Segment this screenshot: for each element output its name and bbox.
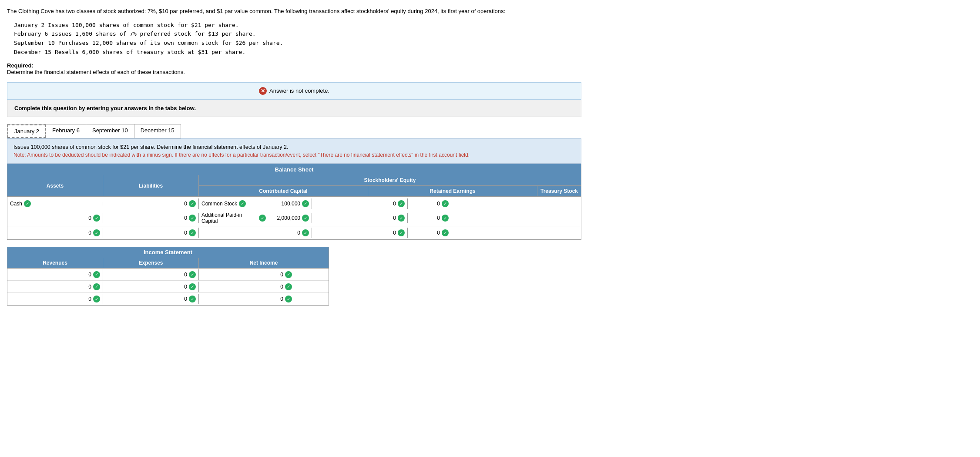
check-icon: ✓ — [93, 271, 100, 278]
transaction-2: February 6 Issues 1,600 shares of 7% pre… — [14, 30, 581, 39]
assets-label-3 — [7, 231, 60, 235]
check-icon: ✓ — [398, 215, 405, 222]
rev-value-1[interactable]: 0 ✓ — [60, 269, 103, 280]
income-statement-header: Revenues Expenses Net Income — [7, 258, 329, 269]
exp-label-3 — [103, 297, 155, 301]
ni-value-2[interactable]: 0 ✓ — [251, 282, 295, 292]
exp-value-2[interactable]: 0 ✓ — [155, 282, 199, 292]
table-row: 0 ✓ 0 ✓ 0 ✓ 0 ✓ — [7, 226, 581, 239]
check-icon: ✓ — [442, 215, 449, 222]
income-statement-title: Income Statement — [7, 247, 329, 258]
rev-label-1 — [7, 273, 60, 276]
check-icon: ✓ — [302, 215, 309, 222]
contrib-value-3[interactable]: 0 ✓ — [268, 228, 312, 238]
liabilities-value-1[interactable]: 0 ✓ — [155, 198, 199, 209]
treasury-value-1[interactable]: 0 ✓ — [408, 198, 451, 209]
se-sub-headers: Contributed Capital Retained Earnings Tr… — [199, 186, 581, 196]
exp-value-3[interactable]: 0 ✓ — [155, 294, 199, 304]
check-icon: ✓ — [259, 215, 266, 222]
rev-label-3 — [7, 297, 60, 301]
tab-instruction-box: Issues 100,000 shares of common stock fo… — [7, 138, 581, 164]
contrib-label-3 — [199, 231, 268, 235]
retained-label-3 — [312, 231, 364, 235]
table-row: 0 ✓ 0 ✓ 0 ✓ — [7, 281, 329, 293]
check-icon: ✓ — [189, 215, 196, 222]
transactions-list: January 2 Issues 100,000 shares of commo… — [14, 21, 581, 57]
liabilities-label-3 — [103, 231, 155, 235]
contrib-value-1[interactable]: 100,000 ✓ — [268, 198, 312, 209]
ni-value-1[interactable]: 0 ✓ — [251, 269, 295, 280]
required-text: Determine the financial statement effect… — [7, 69, 581, 75]
tab-december-15[interactable]: December 15 — [134, 124, 181, 138]
answer-banner-text: Answer is not complete. — [269, 87, 329, 94]
liabilities-header: Liabilities — [103, 175, 199, 196]
rev-label-2 — [7, 285, 60, 289]
treasury-value-2[interactable]: 0 ✓ — [408, 213, 451, 223]
tab-instruction-text: Issues 100,000 shares of common stock fo… — [13, 143, 575, 151]
tab-january-2[interactable]: January 2 — [7, 124, 46, 138]
se-section: Stockholders' Equity Contributed Capital… — [199, 175, 581, 196]
tab-february-6[interactable]: February 6 — [46, 124, 86, 138]
check-icon: ✓ — [302, 200, 309, 207]
balance-sheet-table: Balance Sheet Assets Liabilities Stockho… — [7, 164, 581, 240]
table-row: 0 ✓ 0 ✓ Additional Paid-in Capital ✓ 2,0… — [7, 210, 581, 226]
exp-label-1 — [103, 273, 155, 276]
check-icon: ✓ — [239, 200, 246, 207]
check-icon: ✓ — [398, 229, 405, 236]
se-title: Stockholders' Equity — [199, 175, 581, 186]
required-label: Required: — [7, 62, 581, 69]
complete-instruction: Complete this question by entering your … — [7, 100, 581, 117]
check-icon: ✓ — [93, 296, 100, 302]
retained-label-2 — [312, 216, 364, 220]
ni-value-3[interactable]: 0 ✓ — [251, 294, 295, 304]
check-icon: ✓ — [24, 200, 31, 207]
liabilities-value-2[interactable]: 0 ✓ — [155, 213, 199, 223]
balance-sheet-header: Assets Liabilities Stockholders' Equity … — [7, 175, 581, 197]
contrib-label-1[interactable]: Common Stock ✓ — [199, 198, 268, 209]
retained-value-2[interactable]: 0 ✓ — [364, 213, 408, 223]
retained-value-3[interactable]: 0 ✓ — [364, 228, 408, 238]
assets-value-3[interactable]: 0 ✓ — [60, 228, 103, 238]
liabilities-value-3[interactable]: 0 ✓ — [155, 228, 199, 238]
tab-september-10[interactable]: September 10 — [86, 124, 134, 138]
check-icon: ✓ — [285, 283, 292, 290]
tab-instruction-note: Note: Amounts to be deducted should be i… — [13, 151, 575, 159]
assets-label-1: Cash ✓ — [7, 198, 60, 209]
error-icon: ✕ — [259, 87, 267, 95]
check-icon: ✓ — [189, 283, 196, 290]
check-icon: ✓ — [285, 296, 292, 302]
assets-value-2[interactable]: 0 ✓ — [60, 213, 103, 223]
balance-sheet-rows: Cash ✓ 0 ✓ Common Stock ✓ — [7, 197, 581, 239]
retained-label-1 — [312, 202, 364, 205]
ni-label-2 — [199, 285, 251, 289]
treasury-value-3[interactable]: 0 ✓ — [408, 228, 451, 238]
ni-label-1 — [199, 273, 251, 276]
liabilities-label-2 — [103, 216, 155, 220]
answer-banner: ✕ Answer is not complete. — [7, 82, 581, 100]
liabilities-label-1 — [103, 202, 155, 205]
check-icon: ✓ — [285, 271, 292, 278]
assets-header: Assets — [7, 175, 103, 196]
expenses-header: Expenses — [103, 258, 199, 268]
check-icon: ✓ — [442, 200, 449, 207]
assets-value-1[interactable] — [60, 202, 103, 205]
net-income-header: Net Income — [199, 258, 329, 268]
check-icon: ✓ — [93, 215, 100, 222]
income-statement-table: Income Statement Revenues Expenses Net I… — [7, 247, 329, 306]
retained-value-1[interactable]: 0 ✓ — [364, 198, 408, 209]
rev-value-2[interactable]: 0 ✓ — [60, 282, 103, 292]
contrib-label-2[interactable]: Additional Paid-in Capital ✓ — [199, 210, 268, 226]
check-icon: ✓ — [93, 283, 100, 290]
check-icon: ✓ — [189, 229, 196, 236]
tabs-container: January 2 February 6 September 10 Decemb… — [7, 124, 181, 138]
contributed-header: Contributed Capital — [199, 186, 368, 196]
check-icon: ✓ — [189, 271, 196, 278]
rev-value-3[interactable]: 0 ✓ — [60, 294, 103, 304]
check-icon: ✓ — [189, 200, 196, 207]
table-row: Cash ✓ 0 ✓ Common Stock ✓ — [7, 197, 581, 210]
contrib-value-2[interactable]: 2,000,000 ✓ — [268, 213, 312, 223]
retained-header: Retained Earnings — [368, 186, 537, 196]
balance-sheet-title: Balance Sheet — [7, 164, 581, 175]
transaction-1: January 2 Issues 100,000 shares of commo… — [14, 21, 581, 30]
exp-value-1[interactable]: 0 ✓ — [155, 269, 199, 280]
